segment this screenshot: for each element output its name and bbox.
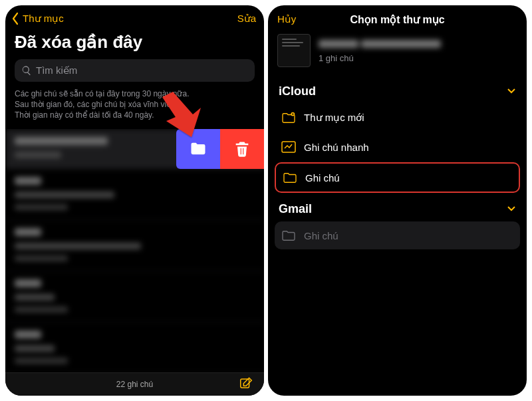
info-line-3: Thời gian này có thể dài tối đa 40 ngày.	[15, 110, 154, 120]
folder-label: Ghi chú	[304, 230, 338, 241]
search-placeholder: Tìm kiếm	[36, 65, 77, 76]
chevron-down-icon	[507, 84, 516, 98]
compose-button[interactable]	[239, 376, 253, 393]
compose-icon	[239, 376, 253, 391]
back-label: Thư mục	[23, 13, 64, 25]
edit-button[interactable]: Sửa	[237, 13, 256, 25]
swipe-actions	[176, 129, 264, 169]
new-folder-icon	[281, 112, 296, 124]
folder-item-notes[interactable]: Ghi chú	[275, 162, 520, 193]
bottom-toolbar: 22 ghi chú	[5, 372, 264, 396]
search-input[interactable]: Tìm kiếm	[15, 59, 255, 82]
chevron-left-icon	[11, 12, 20, 25]
preview-thumbnail	[277, 34, 311, 67]
modal-title: Chọn một thư mục	[350, 13, 444, 26]
page-title: Đã xóa gần đây	[5, 28, 264, 59]
section-label: Gmail	[279, 202, 312, 216]
note-preview: 1 ghi chú	[268, 31, 527, 76]
delete-button[interactable]	[220, 129, 264, 169]
folder-list-gmail: Ghi chú	[268, 221, 527, 251]
retention-info: Các ghi chú sẽ sẵn có tại đây trong 30 n…	[5, 88, 264, 129]
folder-icon	[283, 172, 297, 184]
folder-item-quicknotes[interactable]: Ghi chú nhanh	[275, 133, 520, 161]
modal-navbar: Hủy Chọn một thư mục	[268, 5, 527, 31]
phone-right: Hủy Chọn một thư mục 1 ghi chú iCloud	[268, 5, 527, 396]
note-item[interactable]	[5, 220, 264, 271]
note-item[interactable]	[5, 271, 264, 323]
cancel-button[interactable]: Hủy	[277, 13, 296, 25]
notes-list-wrapper	[5, 129, 264, 372]
screenshot-stage: Thư mục Sửa Đã xóa gần đây Tìm kiếm Các …	[0, 0, 532, 401]
phone-left: Thư mục Sửa Đã xóa gần đây Tìm kiếm Các …	[5, 5, 264, 396]
note-item[interactable]	[5, 323, 264, 372]
preview-subtitle: 1 ghi chú	[319, 53, 517, 63]
quicknote-icon	[281, 141, 296, 153]
folder-label: Ghi chú	[305, 172, 340, 184]
chevron-down-icon	[507, 202, 516, 216]
folder-icon	[189, 140, 207, 158]
info-line-2: Sau thời gian đó, các ghi chú bị xóa vĩn…	[15, 100, 178, 109]
folder-icon	[281, 229, 296, 241]
folder-label: Ghi chú nhanh	[304, 142, 369, 153]
folder-item-gmail-notes[interactable]: Ghi chú	[275, 221, 520, 249]
search-icon	[21, 65, 32, 76]
back-button[interactable]: Thư mục	[11, 12, 64, 25]
section-header-gmail[interactable]: Gmail	[268, 194, 527, 221]
section-label: iCloud	[279, 84, 316, 98]
folder-list-icloud: Thư mục mới Ghi chú nhanh Ghi chú	[268, 104, 527, 194]
move-to-folder-button[interactable]	[176, 129, 220, 169]
note-item[interactable]	[5, 169, 264, 220]
folder-item-new[interactable]: Thư mục mới	[275, 104, 520, 132]
navbar: Thư mục Sửa	[5, 5, 264, 28]
folder-label: Thư mục mới	[304, 112, 364, 124]
trash-icon	[233, 140, 251, 158]
section-header-icloud[interactable]: iCloud	[268, 76, 527, 104]
note-count: 22 ghi chú	[116, 380, 153, 389]
info-line-1: Các ghi chú sẽ sẵn có tại đây trong 30 n…	[15, 89, 189, 98]
preview-title-redacted	[319, 39, 517, 51]
